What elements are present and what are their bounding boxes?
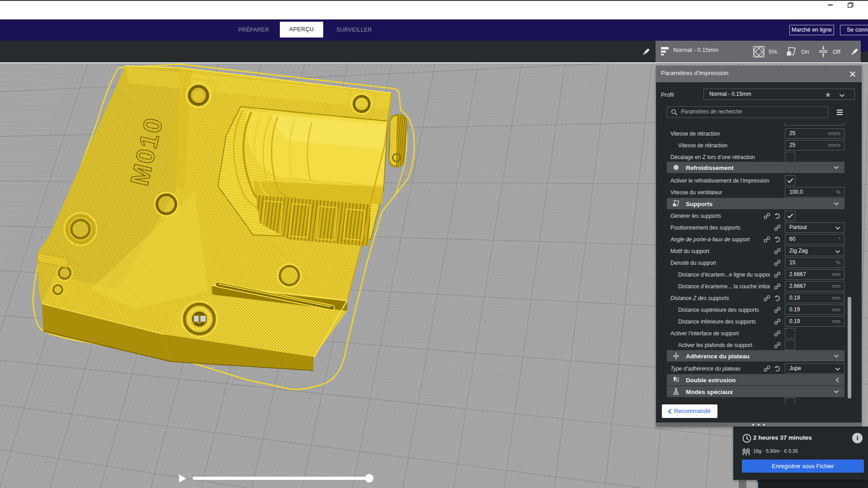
svg-text:A: A	[675, 391, 677, 394]
